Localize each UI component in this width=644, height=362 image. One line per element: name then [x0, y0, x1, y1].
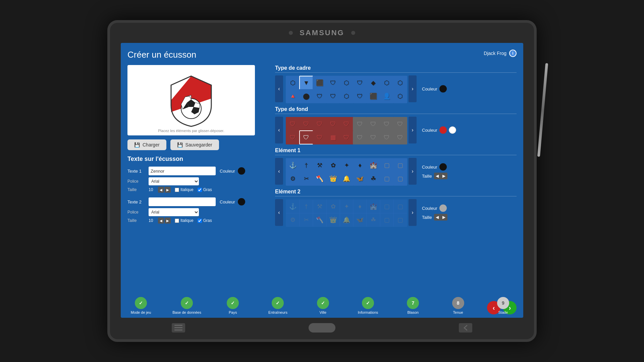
elem1-icon-6[interactable]: ♦	[353, 158, 367, 172]
fond-icon-15[interactable]: 🛡	[353, 130, 367, 144]
cadre-icon-11[interactable]: ⬤	[299, 89, 313, 103]
fond-icon-8[interactable]: 🛡	[380, 117, 394, 131]
fond-icon-7[interactable]: 🛡	[366, 117, 380, 131]
elem2-icon-11[interactable]: ✂	[299, 213, 313, 227]
cadre-icon-13[interactable]: 🛡	[326, 89, 340, 103]
fond-icon-6[interactable]: 🛡	[353, 117, 367, 131]
cadre-arrow-left[interactable]: ‹	[275, 75, 283, 102]
elem1-icon-8[interactable]: ▢	[380, 158, 394, 172]
cadre-icon-1[interactable]: ⬡	[286, 76, 300, 90]
cadre-icon-3[interactable]: ⬛	[313, 76, 327, 90]
elem1-icon-15[interactable]: 🦋	[353, 172, 367, 186]
elem1-icon-3[interactable]: ⚒	[313, 158, 327, 172]
cadre-icon-5[interactable]: ⬡	[339, 76, 354, 90]
tablet-menu-btn[interactable]	[172, 323, 185, 333]
cadre-icon-15[interactable]: 🛡	[353, 89, 367, 103]
elem1-icon-17[interactable]: ▢	[380, 172, 394, 186]
texte2-police-select[interactable]: Arial Times New Roman	[149, 208, 199, 216]
info-button[interactable]: i	[509, 50, 517, 57]
elem2-color-picker[interactable]	[439, 204, 447, 212]
step-7-circle[interactable]: 7	[407, 297, 419, 309]
elem1-color-picker[interactable]	[439, 163, 447, 171]
fond-icon-16[interactable]: 🛡	[366, 130, 380, 144]
elem2-icon-8[interactable]: ▢	[380, 199, 394, 214]
elem2-icon-10[interactable]: ⚙	[286, 213, 300, 227]
cadre-icon-17[interactable]: 👤	[380, 89, 394, 103]
texte2-gras-checkbox[interactable]: Gras	[198, 218, 212, 223]
texte1-gras-input[interactable]	[198, 188, 202, 192]
texte2-decrement[interactable]: ◀	[158, 218, 164, 224]
elem2-arrow-left[interactable]: ‹	[275, 199, 283, 226]
elem1-icon-4[interactable]: ✿	[326, 158, 340, 172]
charger-button[interactable]: 💾 Charger	[127, 139, 166, 150]
elem2-icon-7[interactable]: 🏰	[366, 199, 380, 214]
elem1-icon-11[interactable]: ✂	[299, 172, 313, 186]
texte1-increment[interactable]: ▶	[165, 187, 171, 193]
cadre-icon-10[interactable]: 🔺	[286, 89, 300, 103]
texte1-police-select[interactable]: Arial Times New Roman Verdana	[149, 177, 199, 185]
elem1-size-dec[interactable]: ◀	[434, 173, 441, 179]
cadre-color-picker[interactable]	[439, 85, 447, 93]
cadre-icon-2[interactable]: ▼	[299, 76, 313, 90]
fond-color-picker-1[interactable]	[439, 126, 447, 134]
step-5-circle[interactable]: ✓	[317, 297, 329, 309]
elem2-icon-14[interactable]: 🔔	[339, 213, 354, 227]
texte2-input[interactable]	[149, 197, 216, 206]
fond-arrow-left[interactable]: ‹	[275, 117, 283, 143]
elem1-icon-14[interactable]: 🔔	[339, 172, 354, 186]
elem1-icon-18[interactable]: ▢	[393, 172, 407, 186]
texte1-italique-checkbox[interactable]: Italique	[175, 187, 194, 192]
elem2-icon-12[interactable]: 🪓	[313, 213, 327, 227]
fond-icon-4[interactable]: 🛡	[326, 117, 340, 131]
fond-arrow-right[interactable]: ›	[409, 117, 417, 143]
step-8-circle[interactable]: 8	[452, 297, 464, 309]
elem2-icon-18[interactable]: ▢	[393, 213, 407, 227]
fond-icon-1[interactable]: 🛡	[286, 117, 300, 131]
texte2-italique-input[interactable]	[175, 219, 179, 223]
elem2-icon-6[interactable]: ♦	[353, 199, 367, 214]
elem2-size-inc[interactable]: ▶	[441, 214, 447, 221]
elem1-arrow-right[interactable]: ›	[409, 158, 417, 185]
elem1-icon-2[interactable]: †	[299, 158, 313, 172]
cadre-icon-18[interactable]: ⬡	[393, 89, 407, 103]
fond-color-picker-2[interactable]	[449, 126, 456, 134]
step-9-circle[interactable]: 9	[497, 297, 509, 309]
elem2-icon-2[interactable]: †	[299, 199, 313, 214]
cadre-icon-16[interactable]: ⬛	[366, 89, 380, 103]
step-4-circle[interactable]: ✓	[272, 297, 284, 309]
fond-icon-10[interactable]: 🛡	[286, 130, 300, 144]
cadre-icon-7[interactable]: ◆	[366, 76, 380, 90]
step-1-circle[interactable]: ✓	[135, 297, 147, 309]
cadre-icon-4[interactable]: 🛡	[326, 76, 340, 90]
fond-icon-12[interactable]: 🛡	[313, 130, 327, 144]
elem2-arrow-right[interactable]: ›	[409, 199, 417, 226]
texte1-input[interactable]	[149, 167, 216, 175]
elem1-icon-9[interactable]: ▢	[393, 158, 407, 172]
cadre-icon-6[interactable]: 🛡	[353, 76, 367, 90]
step-2-circle[interactable]: ✓	[181, 297, 193, 309]
elem2-icon-17[interactable]: ▢	[380, 213, 394, 227]
texte2-gras-input[interactable]	[198, 219, 202, 223]
cadre-arrow-right[interactable]: ›	[409, 75, 417, 102]
fond-icon-13[interactable]: ▦	[326, 130, 340, 144]
elem2-icon-13[interactable]: 👑	[326, 213, 340, 227]
cadre-icon-8[interactable]: ⬡	[380, 76, 394, 90]
fond-icon-17[interactable]: 🛡	[380, 130, 394, 144]
elem2-icon-5[interactable]: ✦	[339, 199, 354, 214]
elem1-icon-16[interactable]: ☘	[366, 172, 380, 186]
fond-icon-2[interactable]: 🛡	[299, 117, 313, 131]
texte2-italique-checkbox[interactable]: Italique	[175, 218, 194, 223]
step-3-circle[interactable]: ✓	[227, 297, 239, 309]
elem1-icon-12[interactable]: 🪓	[313, 172, 327, 186]
fond-icon-5[interactable]: 🛡	[339, 117, 354, 131]
elem2-icon-3[interactable]: ⚒	[313, 199, 327, 214]
fond-icon-11[interactable]: 🛡	[299, 130, 313, 144]
elem1-icon-13[interactable]: 👑	[326, 172, 340, 186]
sauvegarder-button[interactable]: 💾 Sauvegarder	[170, 139, 219, 150]
elem1-icon-1[interactable]: ⚓	[286, 158, 300, 172]
texte1-color-picker[interactable]	[238, 167, 245, 175]
texte1-italique-input[interactable]	[175, 188, 179, 192]
elem2-size-dec[interactable]: ◀	[434, 214, 441, 221]
tablet-back-btn[interactable]	[459, 323, 472, 333]
elem1-arrow-left[interactable]: ‹	[275, 158, 283, 185]
